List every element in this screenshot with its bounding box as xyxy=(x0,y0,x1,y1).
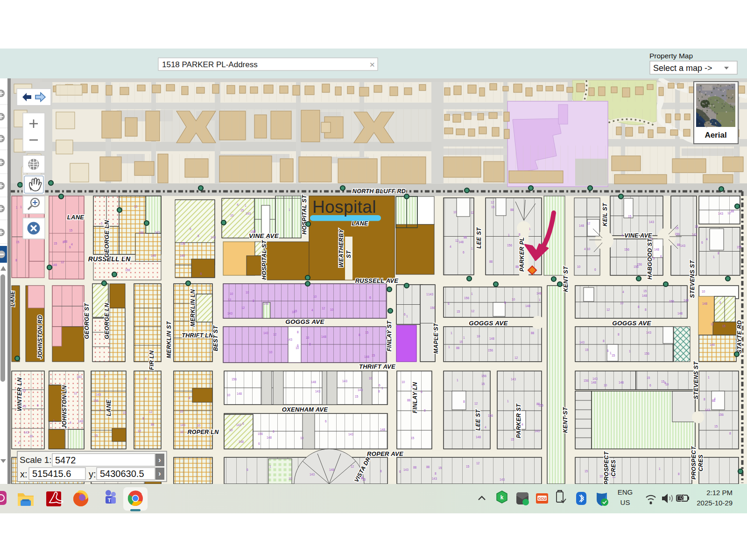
svg-text:156: 156 xyxy=(125,268,130,272)
svg-text:1: 1 xyxy=(529,227,531,231)
svg-text:4: 4 xyxy=(706,238,708,241)
svg-text:10: 10 xyxy=(246,291,249,294)
svg-text:156: 156 xyxy=(634,265,639,268)
svg-text:ST: ST xyxy=(345,250,352,259)
svg-text:143: 143 xyxy=(511,378,516,381)
svg-text:12: 12 xyxy=(474,402,478,405)
svg-text:143: 143 xyxy=(348,433,353,436)
svg-text:12: 12 xyxy=(587,222,591,225)
svg-text:4: 4 xyxy=(71,243,73,246)
svg-text:6: 6 xyxy=(325,420,327,423)
svg-text:148: 148 xyxy=(364,355,369,358)
svg-text:148: 148 xyxy=(239,440,244,443)
svg-text:15: 15 xyxy=(459,340,463,343)
svg-text:1: 1 xyxy=(426,293,428,296)
svg-text:10: 10 xyxy=(402,380,405,384)
svg-text:15: 15 xyxy=(362,478,366,481)
svg-text:143: 143 xyxy=(236,423,241,427)
svg-text:8: 8 xyxy=(297,330,299,334)
svg-text:FINLAY ST: FINLAY ST xyxy=(386,320,393,351)
svg-text:148: 148 xyxy=(654,248,659,251)
svg-text:LEE ST: LEE ST xyxy=(475,409,481,431)
svg-text:4: 4 xyxy=(237,203,239,206)
svg-text:4: 4 xyxy=(450,245,451,248)
svg-text:1: 1 xyxy=(381,386,383,390)
svg-text:88: 88 xyxy=(151,423,155,426)
svg-text:10: 10 xyxy=(577,265,581,268)
svg-text:GOGGS AVE: GOGGS AVE xyxy=(469,320,508,327)
svg-text:1: 1 xyxy=(457,378,458,382)
svg-text:143: 143 xyxy=(649,220,654,224)
svg-text:8: 8 xyxy=(618,333,620,336)
svg-text:›: › xyxy=(158,469,161,477)
svg-text:88: 88 xyxy=(731,210,734,213)
svg-text:6: 6 xyxy=(463,251,465,254)
svg-text:1: 1 xyxy=(104,374,106,378)
svg-text:6: 6 xyxy=(37,404,39,407)
svg-text:NORTH BLUFF RD: NORTH BLUFF RD xyxy=(352,188,406,195)
svg-text:10: 10 xyxy=(230,292,233,295)
svg-text:HABGOOD ST: HABGOOD ST xyxy=(647,238,653,280)
svg-text:6: 6 xyxy=(189,396,190,399)
svg-text:1: 1 xyxy=(708,376,710,379)
svg-text:VINE AVE: VINE AVE xyxy=(624,232,652,239)
svg-text:143: 143 xyxy=(680,244,685,247)
svg-text:15: 15 xyxy=(585,348,589,351)
svg-text:148: 148 xyxy=(263,302,268,305)
svg-text:148: 148 xyxy=(267,436,272,439)
svg-text:143: 143 xyxy=(287,338,292,341)
svg-text:Select a map ->: Select a map -> xyxy=(653,63,712,73)
svg-text:148: 148 xyxy=(180,254,185,257)
svg-text:8: 8 xyxy=(463,400,465,403)
svg-text:10: 10 xyxy=(369,377,373,380)
svg-text:15: 15 xyxy=(372,354,375,357)
svg-text:15: 15 xyxy=(240,209,244,212)
svg-text:1: 1 xyxy=(20,205,22,209)
svg-text:6: 6 xyxy=(448,302,450,305)
svg-text:10: 10 xyxy=(620,301,624,305)
svg-text:GOGGS AVE: GOGGS AVE xyxy=(285,318,324,325)
svg-text:6: 6 xyxy=(404,313,406,316)
svg-text:88: 88 xyxy=(489,260,493,263)
svg-text:x:: x: xyxy=(20,469,28,479)
svg-text:148: 148 xyxy=(619,381,624,384)
svg-text:JOHNSTON RD: JOHNSTON RD xyxy=(37,315,43,359)
svg-text:15: 15 xyxy=(695,225,698,228)
svg-text:156: 156 xyxy=(180,242,185,245)
svg-text:15: 15 xyxy=(481,382,485,385)
svg-text:WINTER LN: WINTER LN xyxy=(16,377,23,411)
svg-text:148: 148 xyxy=(78,420,83,423)
svg-text:15: 15 xyxy=(16,240,20,244)
svg-text:STAYTE RD: STAYTE RD xyxy=(736,320,743,354)
svg-text:6: 6 xyxy=(379,384,381,387)
svg-text:10: 10 xyxy=(587,247,591,251)
svg-text:8: 8 xyxy=(638,305,640,308)
svg-text:PROSPECT: PROSPECT xyxy=(603,451,610,484)
svg-text:15: 15 xyxy=(714,425,718,428)
svg-text:10: 10 xyxy=(180,430,184,434)
svg-text:8: 8 xyxy=(378,390,380,393)
svg-text:4: 4 xyxy=(99,408,101,412)
svg-text:15: 15 xyxy=(94,434,98,437)
svg-text:148: 148 xyxy=(710,343,715,346)
svg-text:10: 10 xyxy=(300,436,304,440)
svg-text:4: 4 xyxy=(18,441,20,444)
svg-text:4: 4 xyxy=(70,421,71,424)
svg-text:143: 143 xyxy=(592,377,598,380)
svg-text:6: 6 xyxy=(701,241,703,244)
svg-text:156: 156 xyxy=(644,352,649,355)
svg-text:12: 12 xyxy=(228,298,232,301)
svg-text:1: 1 xyxy=(471,292,473,295)
svg-text:6: 6 xyxy=(69,245,71,249)
svg-text:10: 10 xyxy=(702,290,705,293)
svg-text:8: 8 xyxy=(359,333,360,336)
svg-text:8: 8 xyxy=(704,398,705,401)
svg-text:148: 148 xyxy=(311,380,316,384)
svg-text:88: 88 xyxy=(426,465,430,469)
svg-text:ENG: ENG xyxy=(618,488,633,496)
svg-text:6: 6 xyxy=(258,442,260,445)
svg-text:1: 1 xyxy=(451,331,452,335)
svg-text:88: 88 xyxy=(407,399,411,402)
svg-text:1: 1 xyxy=(507,399,509,403)
svg-text:15: 15 xyxy=(491,205,495,209)
